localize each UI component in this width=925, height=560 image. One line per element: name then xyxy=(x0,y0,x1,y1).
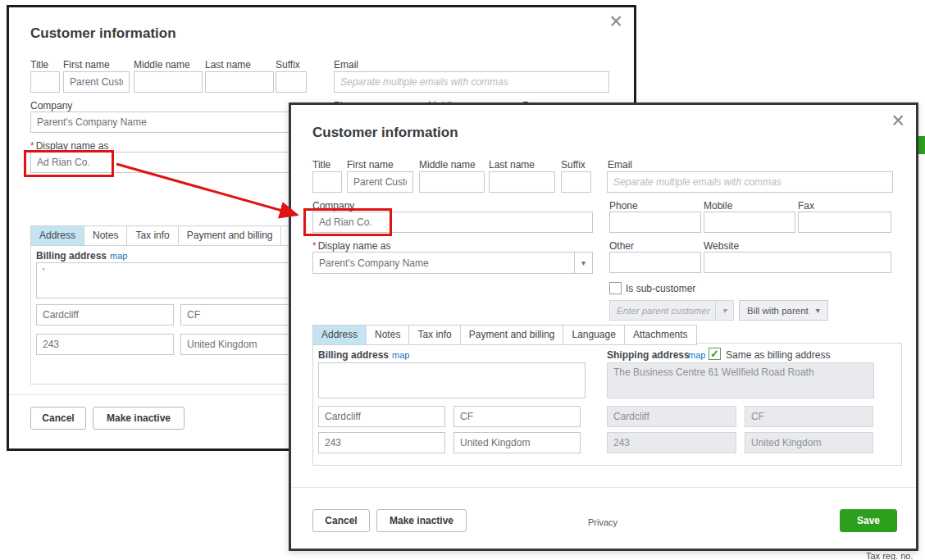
fax-label: Fax xyxy=(798,200,814,212)
billing-street-input[interactable] xyxy=(318,362,586,398)
phone-input[interactable] xyxy=(609,212,701,233)
parent-customer-placeholder: Enter parent customer xyxy=(617,306,710,316)
privacy-link[interactable]: Privacy xyxy=(588,517,617,527)
screen: Tax reg. no. Customer information × Titl… xyxy=(0,0,925,560)
tab-bar: Address Notes Tax info Payment and billi… xyxy=(312,325,696,345)
chevron-down-icon: ▾ xyxy=(816,306,820,315)
is-sub-customer-label: Is sub-customer xyxy=(626,283,695,294)
dialog-title: Customer information xyxy=(30,25,176,42)
billing-postcode-input[interactable]: 243 xyxy=(36,334,174,355)
billing-country-input[interactable]: United Kingdom xyxy=(180,334,307,355)
billing-county-input[interactable]: CF xyxy=(453,406,581,427)
billing-county-input[interactable]: CF xyxy=(180,304,307,326)
bill-with-parent-value: Bill with parent xyxy=(747,306,809,316)
shipping-county-field: CF xyxy=(745,406,873,427)
company-input[interactable] xyxy=(30,112,311,133)
middle-name-input[interactable] xyxy=(419,171,485,193)
company-label: Company xyxy=(312,200,354,212)
shipping-map-link[interactable]: map xyxy=(688,350,705,360)
email-label: Email xyxy=(608,159,632,171)
tab-notes[interactable]: Notes xyxy=(84,225,127,246)
tab-payment-and-billing[interactable]: Payment and billing xyxy=(178,225,282,246)
billing-address-label: Billing address xyxy=(318,349,389,361)
first-name-input[interactable] xyxy=(347,171,413,193)
company-label: Company xyxy=(30,100,72,112)
billing-postcode-input[interactable]: 243 xyxy=(318,432,445,453)
other-input[interactable] xyxy=(609,252,701,273)
other-label: Other xyxy=(609,240,634,252)
mobile-label: Mobile xyxy=(704,200,732,212)
display-name-label: Display name as xyxy=(318,240,391,252)
tab-attachments[interactable]: Attachments xyxy=(624,325,697,345)
suffix-label: Suffix xyxy=(561,159,586,171)
chevron-down-icon: ▾ xyxy=(715,301,733,320)
billing-city-input[interactable]: Cardcliff xyxy=(36,304,174,326)
bill-with-parent-select[interactable]: Bill with parent ▾ xyxy=(739,300,828,321)
title-label: Title xyxy=(312,159,330,171)
display-name-input[interactable] xyxy=(30,152,311,173)
title-label: Title xyxy=(30,59,48,71)
middle-name-input[interactable] xyxy=(134,71,203,93)
display-name-label: Display name as xyxy=(36,140,109,152)
billing-street-input[interactable]: ' xyxy=(36,262,307,298)
cancel-button[interactable]: Cancel xyxy=(312,509,370,532)
required-asterisk: * xyxy=(312,240,317,252)
billing-country-input[interactable]: United Kingdom xyxy=(453,432,581,453)
suffix-input[interactable] xyxy=(276,71,307,93)
email-input[interactable] xyxy=(334,71,609,93)
middle-name-label: Middle name xyxy=(134,59,190,71)
tab-tax-info[interactable]: Tax info xyxy=(408,325,460,345)
is-sub-customer-checkbox[interactable] xyxy=(609,282,622,294)
first-name-label: First name xyxy=(63,59,110,71)
shipping-address-label: Shipping address xyxy=(607,349,690,361)
first-name-label: First name xyxy=(347,159,394,171)
save-button[interactable]: Save xyxy=(840,509,897,532)
last-name-label: Last name xyxy=(205,59,251,71)
tab-tax-info[interactable]: Tax info xyxy=(126,225,178,246)
mobile-input[interactable] xyxy=(704,212,795,233)
same-as-billing-label: Same as billing address xyxy=(726,349,830,361)
fax-input[interactable] xyxy=(798,212,891,233)
background-tax-reg-label: Tax reg. no. xyxy=(866,551,913,560)
tab-address[interactable]: Address xyxy=(30,225,84,246)
display-name-select[interactable]: Parent's Company Name ▾ xyxy=(312,252,593,274)
title-input[interactable] xyxy=(30,71,60,93)
billing-city-input[interactable]: Cardcliff xyxy=(318,406,445,427)
tab-language[interactable]: Language xyxy=(563,325,624,345)
shipping-country-field: United Kingdom xyxy=(745,432,873,453)
suffix-label: Suffix xyxy=(276,59,300,71)
footer-divider xyxy=(291,487,916,488)
billing-map-link[interactable]: map xyxy=(110,251,127,261)
last-name-input[interactable] xyxy=(489,171,555,193)
tab-payment-and-billing[interactable]: Payment and billing xyxy=(460,325,564,345)
billing-map-link[interactable]: map xyxy=(392,350,409,360)
tab-notes[interactable]: Notes xyxy=(366,325,409,345)
email-label: Email xyxy=(334,59,358,71)
website-input[interactable] xyxy=(704,252,891,273)
company-input[interactable] xyxy=(312,212,593,233)
display-name-label-row: *Display name as xyxy=(312,240,390,252)
dialog-title: Customer information xyxy=(312,125,458,141)
website-label: Website xyxy=(704,240,739,252)
close-icon[interactable]: × xyxy=(891,112,904,130)
tab-address[interactable]: Address xyxy=(312,325,367,345)
last-name-input[interactable] xyxy=(205,71,274,93)
first-name-input[interactable] xyxy=(63,71,130,93)
shipping-city-field: Cardcliff xyxy=(607,406,736,427)
parent-customer-select: Enter parent customer ▾ xyxy=(609,300,734,321)
shipping-street-field: The Business Centre 61 Wellfield Road Ro… xyxy=(607,362,874,398)
make-inactive-button[interactable]: Make inactive xyxy=(376,509,467,532)
check-icon: ✓ xyxy=(710,348,719,360)
email-input[interactable] xyxy=(607,171,893,193)
required-asterisk: * xyxy=(30,140,34,152)
last-name-label: Last name xyxy=(489,159,535,171)
cancel-button[interactable]: Cancel xyxy=(30,407,86,430)
phone-label: Phone xyxy=(609,200,638,212)
suffix-input[interactable] xyxy=(561,171,591,193)
title-input[interactable] xyxy=(312,171,342,193)
make-inactive-button[interactable]: Make inactive xyxy=(93,407,185,430)
chevron-down-icon: ▾ xyxy=(574,253,592,273)
middle-name-label: Middle name xyxy=(419,159,476,171)
close-icon[interactable]: × xyxy=(609,12,622,30)
same-as-billing-checkbox[interactable]: ✓ xyxy=(709,348,721,360)
